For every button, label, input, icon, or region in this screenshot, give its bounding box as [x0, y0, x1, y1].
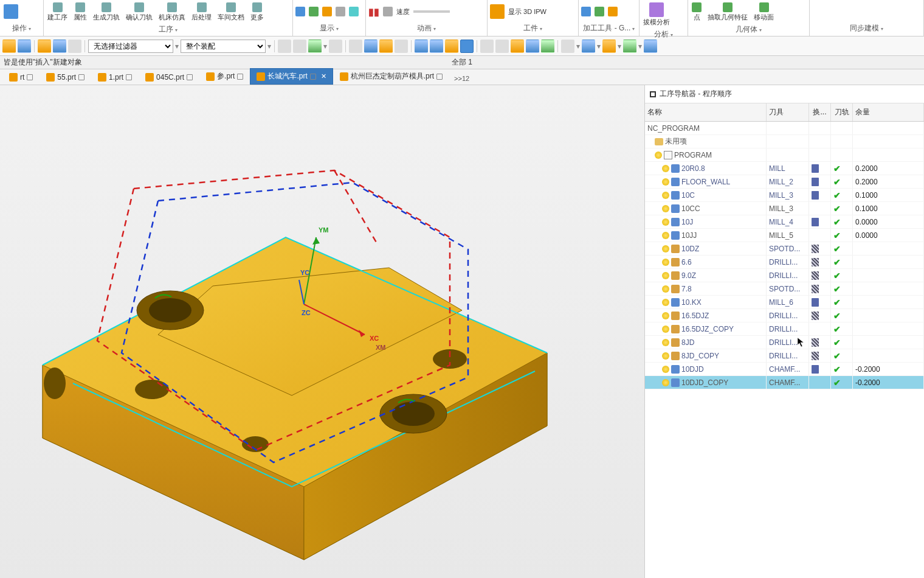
- display-icon[interactable]: [349, 7, 359, 16]
- anim-icon[interactable]: [383, 7, 393, 16]
- file-tab[interactable]: 1.prt: [91, 70, 139, 85]
- op-row[interactable]: 10DJD_COPYCHAMF...✔-0.2000: [645, 376, 924, 389]
- tb-btn-active[interactable]: [460, 40, 474, 53]
- col-tool[interactable]: 刀具: [767, 103, 809, 121]
- op-row[interactable]: 6.6DRILLI...✔: [645, 256, 924, 269]
- file-tab[interactable]: 杭州巨杰定制葫芦模具.prt: [333, 68, 449, 85]
- display-icon[interactable]: [322, 7, 332, 16]
- tb-btn[interactable]: [68, 40, 81, 53]
- tool-icon[interactable]: [595, 7, 604, 16]
- ribbon-group-anim[interactable]: 动画: [368, 22, 484, 35]
- col-path[interactable]: 刀轨: [831, 103, 853, 121]
- tb-btn[interactable]: [495, 40, 509, 53]
- ribbon-item[interactable]: 生成刀轨: [92, 1, 121, 23]
- ribbon-group-workpiece[interactable]: 工件: [490, 22, 576, 35]
- scope-select[interactable]: 整个装配: [181, 40, 266, 53]
- file-tab[interactable]: rt: [2, 70, 40, 85]
- display-icon[interactable]: [336, 7, 345, 16]
- display-icon[interactable]: [309, 7, 319, 16]
- tb-btn[interactable]: [602, 40, 616, 53]
- tb-btn[interactable]: [445, 40, 458, 53]
- ribbon-group-camtools[interactable]: 加工工具 - G...: [581, 22, 636, 35]
- op-row[interactable]: 8JD_COPYDRILLI...✔: [645, 349, 924, 363]
- tb-btn[interactable]: [430, 40, 443, 53]
- ribbon-item[interactable]: 移动面: [753, 1, 775, 23]
- tb-btn[interactable]: [293, 40, 306, 53]
- col-remain[interactable]: 余量: [853, 103, 924, 121]
- close-icon[interactable]: ✕: [321, 72, 326, 80]
- 3d-viewport[interactable]: XC XM YM YC ZC: [0, 85, 644, 578]
- op-row[interactable]: 16.5DJZDRILLI...✔: [645, 309, 924, 322]
- op-row[interactable]: 10.KXMILL_6✔: [645, 296, 924, 309]
- tb-btn[interactable]: [364, 40, 378, 53]
- tb-btn[interactable]: [415, 40, 428, 53]
- tb-btn[interactable]: [511, 40, 524, 53]
- tb-btn[interactable]: [395, 40, 408, 53]
- op-row[interactable]: 8JDDRILLI...✔: [645, 336, 924, 349]
- file-tab[interactable]: 55.prt: [40, 70, 91, 85]
- filter-select[interactable]: 无选择过滤器: [88, 40, 173, 53]
- ribbon-item[interactable]: 机床仿真: [157, 1, 187, 23]
- tb-btn[interactable]: [644, 40, 657, 53]
- tb-btn[interactable]: [526, 40, 539, 53]
- ribbon-item[interactable]: 抽取几何特征: [706, 1, 749, 23]
- op-row[interactable]: 10DJDCHAMF...✔-0.2000: [645, 363, 924, 376]
- ribbon-group-display[interactable]: 显示: [295, 22, 363, 35]
- tb-btn[interactable]: [561, 40, 574, 53]
- ribbon-item[interactable]: 确认刀轨: [125, 1, 154, 23]
- tb-btn[interactable]: [541, 40, 554, 53]
- op-row[interactable]: FLOOR_WALLMILL_2✔0.2000: [645, 175, 924, 189]
- op-row[interactable]: 10CMILL_3✔0.1000: [645, 189, 924, 202]
- speed-slider[interactable]: [413, 10, 450, 13]
- ribbon-item[interactable]: 属性: [72, 1, 88, 23]
- ribbon-group-geom[interactable]: 几何体: [691, 23, 807, 36]
- show-3d-ipw[interactable]: 显示 3D IPW: [508, 7, 546, 16]
- ribbon-item[interactable]: 点: [691, 1, 703, 23]
- op-row[interactable]: NC_PROGRAM: [645, 122, 924, 135]
- file-tab[interactable]: 045C.prt: [139, 70, 199, 85]
- file-tab[interactable]: 参.prt: [199, 68, 250, 85]
- ribbon-item[interactable]: 更多: [249, 1, 265, 23]
- op-row[interactable]: 20R0.8MILL✔0.2000: [645, 162, 924, 175]
- ribbon-group-ops[interactable]: 操作: [2, 22, 41, 35]
- tb-btn[interactable]: [379, 40, 393, 53]
- tabs-more[interactable]: >>12: [449, 72, 474, 85]
- col-change[interactable]: 换...: [809, 103, 831, 121]
- tb-btn[interactable]: [38, 40, 51, 53]
- tb-btn[interactable]: [18, 40, 31, 53]
- tool-icon[interactable]: [608, 7, 618, 16]
- col-name[interactable]: 名称: [645, 103, 767, 121]
- op-row[interactable]: 10CCMILL_3✔0.1000: [645, 202, 924, 215]
- op-row[interactable]: 10JMILL_4✔0.0000: [645, 215, 924, 229]
- draft-analysis[interactable]: 拔模分析: [642, 1, 671, 28]
- tb-btn[interactable]: [480, 40, 494, 53]
- tb-btn[interactable]: [278, 40, 291, 53]
- pause-icon[interactable]: ▮▮: [368, 6, 379, 18]
- op-row[interactable]: 16.5DJZ_COPYDRILLI...✔: [645, 322, 924, 336]
- tb-btn[interactable]: [349, 40, 362, 53]
- ribbon-item[interactable]: 车间文档: [216, 1, 246, 23]
- ipw-icon[interactable]: [490, 4, 505, 19]
- file-tab[interactable]: 长城汽车.prt ✕: [250, 68, 333, 85]
- ribbon-item[interactable]: 建工序: [46, 1, 69, 23]
- tb-btn[interactable]: [2, 40, 16, 53]
- op-row[interactable]: 10JJMILL_5✔0.0000: [645, 229, 924, 242]
- op-row[interactable]: 未用项: [645, 135, 924, 148]
- tb-btn[interactable]: [329, 40, 342, 53]
- op-row[interactable]: 7.8SPOTD...✔: [645, 282, 924, 296]
- tb-btn[interactable]: [582, 40, 595, 53]
- grid-body[interactable]: NC_PROGRAM未用项PROGRAM20R0.8MILL✔0.2000FLO…: [645, 122, 924, 578]
- tool-icon[interactable]: [581, 7, 591, 16]
- op-row[interactable]: PROGRAM: [645, 148, 924, 162]
- tb-btn[interactable]: [53, 40, 66, 53]
- ribbon-item[interactable]: 后处理: [190, 1, 213, 23]
- op-row[interactable]: 9.0ZDRILLI...✔: [645, 269, 924, 282]
- ribbon-item[interactable]: [2, 3, 19, 21]
- ribbon-group-sync[interactable]: 同步建模: [812, 22, 921, 35]
- ribbon-group-analysis[interactable]: 分析: [642, 28, 685, 41]
- ribbon-group-process[interactable]: 工序: [46, 23, 290, 36]
- display-icon[interactable]: [295, 7, 305, 16]
- tb-btn[interactable]: [308, 40, 322, 53]
- tb-btn[interactable]: [623, 40, 636, 53]
- op-row[interactable]: 10DZSPOTD...✔: [645, 242, 924, 256]
